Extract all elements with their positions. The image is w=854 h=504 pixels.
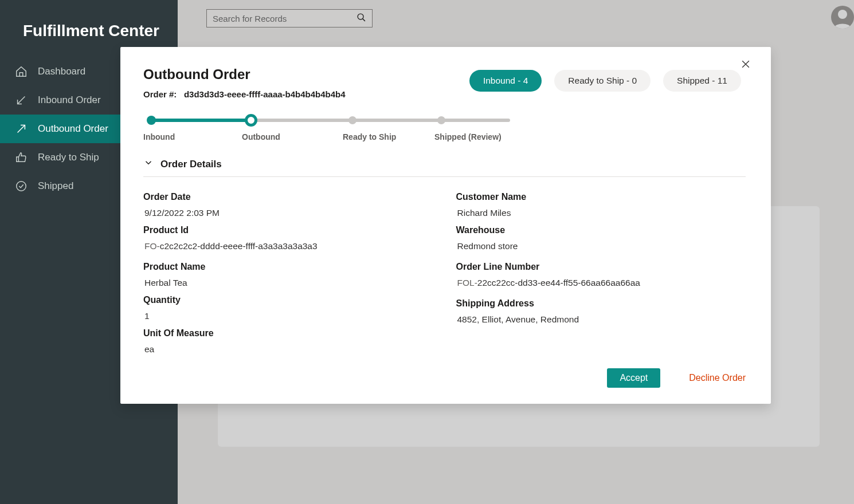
chip-shipped[interactable]: Shipped - 11 xyxy=(663,70,741,92)
quantity-value: 1 xyxy=(143,311,433,321)
order-number-label: Order #: xyxy=(143,89,177,99)
detail-right-col: Customer Name Richard Miles Warehouse Re… xyxy=(456,185,746,361)
customer-name-value: Richard Miles xyxy=(456,208,746,218)
nav-label: Inbound Order xyxy=(38,94,101,106)
ship-addr-label: Shipping Address xyxy=(456,298,746,309)
product-id-label: Product Id xyxy=(143,225,433,235)
nav-label: Shipped xyxy=(38,180,73,192)
arrow-down-left-icon xyxy=(15,94,28,107)
uom-value: ea xyxy=(143,344,433,355)
ship-addr-value: 4852, Elliot, Avenue, Redmond xyxy=(456,314,746,325)
nav-label: Outbound Order xyxy=(38,123,108,135)
svg-point-0 xyxy=(17,182,26,191)
chevron-down-icon xyxy=(143,158,154,171)
detail-left-col: Order Date 9/12/2022 2:03 PM Product Id … xyxy=(143,185,433,361)
order-number: Order #: d3d3d3d3-eeee-ffff-aaaa-b4b4b4b… xyxy=(143,89,346,99)
chip-ready-to-ship[interactable]: Ready to Ship - 0 xyxy=(554,70,651,92)
warehouse-label: Warehouse xyxy=(456,225,746,235)
chip-inbound[interactable]: Inbound - 4 xyxy=(469,70,542,92)
outbound-order-modal: Outbound Order Order #: d3d3d3d3-eeee-ff… xyxy=(120,47,771,404)
step-inbound: Inbound xyxy=(143,132,175,141)
order-number-value: d3d3d3d3-eeee-ffff-aaaa-b4b4b4b4b4b4 xyxy=(184,89,346,99)
modal-actions: Accept Decline Order xyxy=(143,368,746,388)
status-chips: Inbound - 4 Ready to Ship - 0 Shipped - … xyxy=(469,70,741,92)
modal-title: Outbound Order xyxy=(143,66,346,82)
customer-name-label: Customer Name xyxy=(456,192,746,202)
order-line-value: FOL-22cc22cc-dd33-ee44-ff55-66aa66aa66aa xyxy=(456,278,746,288)
order-details-header[interactable]: Order Details xyxy=(143,158,746,177)
order-date-label: Order Date xyxy=(143,192,433,202)
product-id-value: FO-c2c2c2c2-dddd-eeee-ffff-a3a3a3a3a3a3 xyxy=(143,241,433,251)
section-title: Order Details xyxy=(160,159,222,170)
step-shipped: Shipped (Review) xyxy=(434,132,502,141)
progress-stepper: Inbound Outbound Ready to Ship Shipped (… xyxy=(143,115,510,145)
order-line-label: Order Line Number xyxy=(456,262,746,272)
product-name-label: Product Name xyxy=(143,262,433,272)
uom-label: Unit Of Measure xyxy=(143,328,433,338)
home-icon xyxy=(15,65,28,78)
product-name-value: Herbal Tea xyxy=(143,278,433,288)
thumbs-up-icon xyxy=(15,151,28,164)
accept-button[interactable]: Accept xyxy=(607,368,660,388)
warehouse-value: Redmond store xyxy=(456,241,746,251)
check-circle-icon xyxy=(15,180,28,192)
step-outbound: Outbound xyxy=(242,132,280,141)
step-ready: Ready to Ship xyxy=(343,132,396,141)
order-date-value: 9/12/2022 2:03 PM xyxy=(143,208,433,218)
nav-label: Ready to Ship xyxy=(38,152,99,163)
detail-grid: Order Date 9/12/2022 2:03 PM Product Id … xyxy=(143,185,746,361)
decline-button[interactable]: Decline Order xyxy=(689,373,746,383)
arrow-up-right-icon xyxy=(15,123,28,135)
close-button[interactable] xyxy=(740,58,751,72)
nav-label: Dashboard xyxy=(38,66,85,77)
quantity-label: Quantity xyxy=(143,295,433,305)
